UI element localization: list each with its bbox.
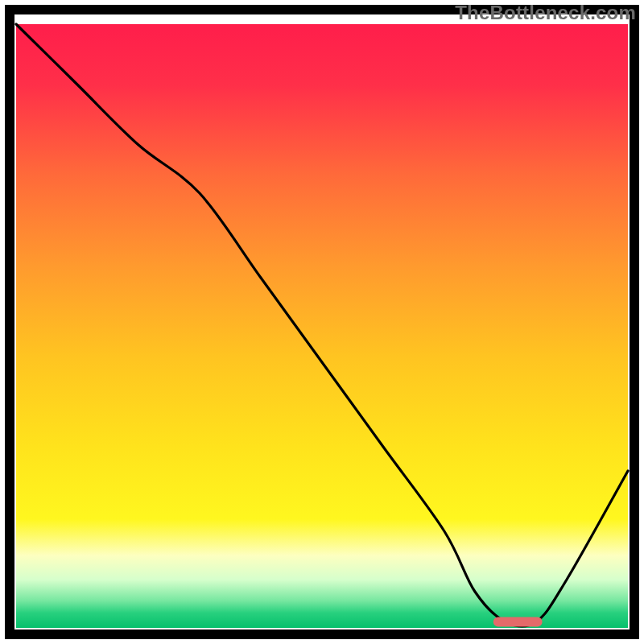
watermark-label: TheBottleneck.com xyxy=(455,2,636,24)
chart-container: TheBottleneck.com xyxy=(0,0,644,644)
chart-svg xyxy=(0,0,644,644)
sweet-spot-marker xyxy=(493,617,543,627)
